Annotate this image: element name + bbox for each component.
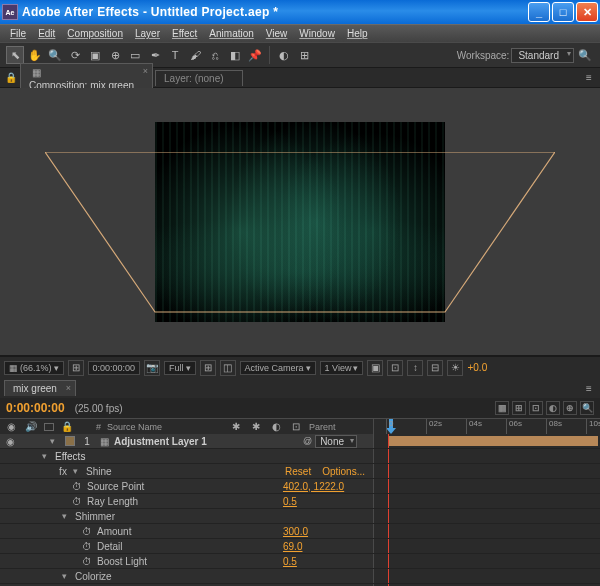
clone-tool-icon[interactable]: ⎌ [206, 46, 224, 64]
keyframe-stopwatch-icon[interactable]: ⏱ [80, 524, 94, 538]
keyframe-stopwatch-icon[interactable]: ⏱ [80, 539, 94, 553]
layer-color-swatch[interactable] [65, 436, 75, 446]
fx-toggle-icon[interactable]: fx [56, 464, 70, 478]
toggle-3-icon[interactable]: ↕ [407, 360, 423, 376]
prop-boost-light[interactable]: ⏱Boost Light0.5 [0, 554, 600, 569]
close-tab-icon[interactable]: × [143, 66, 148, 76]
menu-view[interactable]: View [260, 26, 294, 41]
exposure-value[interactable]: +0.0 [467, 362, 487, 373]
composition-viewer[interactable] [0, 88, 600, 356]
eye-col-icon[interactable]: ◉ [4, 420, 18, 434]
tl-icon-4[interactable]: ◐ [546, 401, 560, 415]
audio-col-icon[interactable]: 🔊 [24, 420, 38, 434]
group-colorize[interactable]: ▾Colorize [0, 569, 600, 584]
menu-layer[interactable]: Layer [129, 26, 166, 41]
timeline-tab[interactable]: mix green× [4, 380, 76, 396]
prop-amount[interactable]: ⏱Amount300.0 [0, 524, 600, 539]
visibility-toggle[interactable]: ◉ [4, 436, 16, 447]
toggle-2-icon[interactable]: ⊞ [295, 46, 313, 64]
prop-detail[interactable]: ⏱Detail69.0 [0, 539, 600, 554]
effect-shine[interactable]: fx▾ShineResetOptions... [0, 464, 600, 479]
reset-link[interactable]: Reset [285, 466, 311, 477]
twirl-icon[interactable]: ▾ [42, 451, 52, 461]
res-dropdown[interactable]: Full ▾ [164, 361, 196, 375]
panel-menu-icon[interactable]: ≡ [582, 71, 596, 85]
fps-label: (25.00 fps) [75, 403, 123, 414]
twirl-icon[interactable]: ▾ [62, 571, 72, 581]
lock-icon[interactable]: 🔒 [4, 71, 18, 85]
menu-animation[interactable]: Animation [203, 26, 259, 41]
mask-toggle-icon[interactable]: ◫ [220, 360, 236, 376]
layer-duration-bar[interactable] [388, 436, 598, 446]
col-switch-1[interactable]: ✱ [229, 420, 243, 434]
close-tab-icon[interactable]: × [66, 383, 71, 393]
group-shimmer[interactable]: ▾Shimmer [0, 509, 600, 524]
layer-row-1[interactable]: ◉ ▾ 1 ▦ Adjustment Layer 1 @None [0, 434, 600, 449]
selection-tool-icon[interactable]: ⬉ [6, 46, 24, 64]
solo-col-icon[interactable] [44, 423, 54, 431]
minimize-button[interactable]: _ [528, 2, 550, 22]
menu-help[interactable]: Help [341, 26, 374, 41]
twirl-icon[interactable]: ▾ [62, 511, 72, 521]
prop-ray-length[interactable]: ⏱Ray Length0.5 [0, 494, 600, 509]
views-dropdown[interactable]: 1 View ▾ [320, 361, 364, 375]
menu-file[interactable]: File [4, 26, 32, 41]
prop-source-point[interactable]: ⏱Source Point402.0, 1222.0 [0, 479, 600, 494]
rotate-tool-icon[interactable]: ⟳ [66, 46, 84, 64]
hand-tool-icon[interactable]: ✋ [26, 46, 44, 64]
twirl-icon[interactable]: ▾ [73, 466, 83, 476]
toggle-alpha-icon[interactable]: ▣ [367, 360, 383, 376]
value-ray-length[interactable]: 0.5 [283, 496, 373, 507]
panel-menu-icon[interactable]: ≡ [582, 381, 596, 395]
maximize-button[interactable]: □ [552, 2, 574, 22]
zoom-tool-icon[interactable]: 🔍 [46, 46, 64, 64]
pan-behind-tool-icon[interactable]: ⊕ [106, 46, 124, 64]
mask-tool-icon[interactable]: ▭ [126, 46, 144, 64]
tab-layer[interactable]: Layer: (none) [155, 70, 242, 86]
menu-edit[interactable]: Edit [32, 26, 61, 41]
viewer-controls: ▦(66.1%) ▾ ⊞ 0:00:00:00 📷 Full ▾ ⊞ ◫ Act… [0, 356, 600, 378]
pickwhip-icon[interactable]: @ [303, 436, 312, 446]
tl-icon-3[interactable]: ⊡ [529, 401, 543, 415]
col-switch-2[interactable]: ✱ [249, 420, 263, 434]
keyframe-stopwatch-icon[interactable]: ⏱ [70, 494, 84, 508]
twirl-icon[interactable]: ▾ [50, 436, 60, 446]
parent-dropdown[interactable]: None [315, 435, 357, 448]
grid-icon[interactable]: ⊞ [200, 360, 216, 376]
tl-search-icon[interactable]: 🔍 [580, 401, 594, 415]
col-switch-4[interactable]: ⊡ [289, 420, 303, 434]
zoom-dropdown[interactable]: ▦(66.1%) ▾ [4, 361, 64, 375]
menu-effect[interactable]: Effect [166, 26, 203, 41]
time-ruler[interactable]: 0 02s 04s 06s 08s 10s [373, 419, 600, 434]
camera-dropdown[interactable]: Active Camera ▾ [240, 361, 316, 375]
toggle-safe-icon[interactable]: ⊡ [387, 360, 403, 376]
close-button[interactable]: ✕ [576, 2, 598, 22]
value-source-point[interactable]: 402.0, 1222.0 [283, 481, 373, 492]
options-link[interactable]: Options... [322, 466, 365, 477]
eraser-tool-icon[interactable]: ◧ [226, 46, 244, 64]
current-time[interactable]: 0:00:00:00 [6, 401, 65, 415]
col-switch-3[interactable]: ◐ [269, 420, 283, 434]
toggle-4-icon[interactable]: ⊟ [427, 360, 443, 376]
tl-icon-1[interactable]: ▦ [495, 401, 509, 415]
tl-icon-5[interactable]: ⊕ [563, 401, 577, 415]
text-tool-icon[interactable]: T [166, 46, 184, 64]
menu-composition[interactable]: Composition [61, 26, 129, 41]
search-icon[interactable]: 🔍 [576, 46, 594, 64]
workspace-dropdown[interactable]: Standard [511, 48, 574, 63]
pen-tool-icon[interactable]: ✒ [146, 46, 164, 64]
lock-col-icon[interactable]: 🔒 [60, 420, 74, 434]
snapshot-icon[interactable]: 📷 [144, 360, 160, 376]
toggle-1-icon[interactable]: ◐ [275, 46, 293, 64]
effects-group[interactable]: ▾Effects [0, 449, 600, 464]
menu-window[interactable]: Window [293, 26, 341, 41]
keyframe-stopwatch-icon[interactable]: ⏱ [70, 479, 84, 493]
keyframe-stopwatch-icon[interactable]: ⏱ [80, 554, 94, 568]
puppet-tool-icon[interactable]: 📌 [246, 46, 264, 64]
camera-tool-icon[interactable]: ▣ [86, 46, 104, 64]
resolution-icon[interactable]: ⊞ [68, 360, 84, 376]
tl-icon-2[interactable]: ⊞ [512, 401, 526, 415]
timecode-display[interactable]: 0:00:00:00 [88, 361, 141, 375]
reset-exposure-icon[interactable]: ☀ [447, 360, 463, 376]
brush-tool-icon[interactable]: 🖌 [186, 46, 204, 64]
